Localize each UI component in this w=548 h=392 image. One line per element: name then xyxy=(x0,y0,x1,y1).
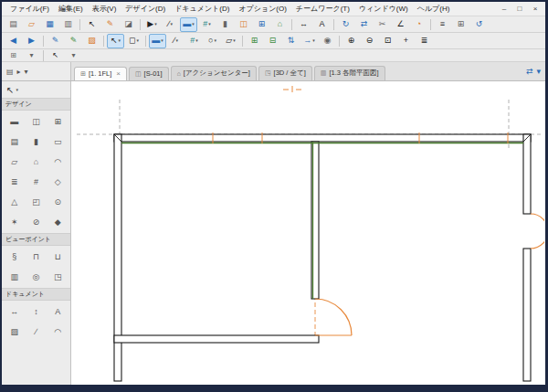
roof-tool[interactable]: ⌂ xyxy=(26,153,47,171)
select-tool-button[interactable]: ↖ ▾ xyxy=(107,34,124,48)
curtain-wall-tool[interactable]: ▤ xyxy=(4,132,26,151)
marquee-tool-button[interactable]: ◻ ▾ xyxy=(125,34,142,48)
measure-button[interactable]: ∠ xyxy=(392,17,409,32)
snap-button[interactable]: ◉ xyxy=(319,34,336,48)
menu-file[interactable]: ファイル(F) xyxy=(5,3,54,15)
open-file-button[interactable]: ▱ xyxy=(23,17,40,32)
panel-menu-button[interactable]: ▾ xyxy=(25,68,28,76)
polyline-tool-button[interactable]: ▱ ▾ xyxy=(222,34,239,48)
eraser-button[interactable]: ◪ xyxy=(120,17,137,32)
ungroup-button[interactable]: ⊟ xyxy=(264,34,281,48)
maximize-button[interactable]: □ xyxy=(515,5,524,13)
elevation-tool[interactable]: ⊓ xyxy=(26,248,47,266)
toolbox-section-design[interactable]: デザイン xyxy=(2,98,70,111)
shell-tool[interactable]: ◠ xyxy=(47,153,68,171)
opening-tool[interactable]: ⊘ xyxy=(26,213,47,231)
grid-tool-button[interactable]: # ▾ xyxy=(198,17,216,32)
refresh-button[interactable]: ↺ xyxy=(470,17,488,32)
toolbox-section-viewpoint[interactable]: ビューポイント xyxy=(2,233,70,246)
grid-snap-button[interactable]: # ▾ xyxy=(185,34,203,48)
worksheet-tool[interactable]: ▥ xyxy=(4,268,26,286)
pen-set-button[interactable]: ✎ xyxy=(47,34,64,48)
3d-document-tool[interactable]: ◳ xyxy=(47,268,68,286)
circle-tool-button[interactable]: ○ ▾ xyxy=(204,34,221,48)
toolbox-section-document[interactable]: ドキュメント xyxy=(2,288,70,301)
menu-help[interactable]: ヘルプ(H) xyxy=(413,3,455,15)
morph-tool[interactable]: ◇ xyxy=(47,173,68,191)
lamp-tool[interactable]: ✶ xyxy=(4,213,26,231)
navigator-button[interactable]: ⊞ xyxy=(5,49,22,61)
select-arrow-button[interactable]: ↖ xyxy=(83,17,100,32)
railing-tool[interactable]: # xyxy=(26,173,47,191)
select-arrow-tool[interactable]: ↖ ▾ xyxy=(2,81,70,98)
line-tool-button-2[interactable]: ∕ ▾ xyxy=(167,34,184,48)
mini-select-button[interactable]: ↖ xyxy=(47,49,64,61)
forward-button[interactable]: ▶ xyxy=(23,34,40,48)
split-button[interactable]: ✂ xyxy=(374,17,391,32)
panel-expand-button[interactable]: ▸ xyxy=(17,68,21,76)
line-tool-button[interactable]: ∕ ▾ xyxy=(162,17,179,32)
wall-tool-button-2[interactable]: ▬ ▾ xyxy=(149,34,166,48)
organizer-button[interactable]: ⊞ xyxy=(452,17,469,32)
navigator-caret-button[interactable]: ▾ xyxy=(23,49,40,61)
wall-tool[interactable]: ▬ xyxy=(4,112,26,131)
layer-list-button[interactable]: ≣ xyxy=(416,34,433,48)
toolbox-panel-button[interactable]: ▤ xyxy=(6,68,14,76)
mesh-tool[interactable]: △ xyxy=(4,193,26,211)
mini-select-caret-button[interactable]: ▾ xyxy=(65,49,82,61)
zoom-in-button[interactable]: ⊕ xyxy=(342,34,360,48)
column-tool-button[interactable]: ▮ xyxy=(216,17,234,32)
line-tool[interactable]: ∕ xyxy=(26,323,47,341)
new-file-button[interactable]: ▤ xyxy=(5,17,22,32)
transform-button[interactable]: ⇅ xyxy=(282,34,300,48)
close-button[interactable]: × xyxy=(531,5,540,13)
floor-plan-canvas[interactable] xyxy=(71,81,545,385)
door-tool[interactable]: ◫ xyxy=(26,112,47,131)
window-tool-button[interactable]: ⊞ xyxy=(253,17,270,32)
arc-tool[interactable]: ◠ xyxy=(47,323,68,341)
tab-action-center[interactable]: ⌂ [アクションセンター] xyxy=(171,66,257,80)
text-button[interactable]: A xyxy=(313,17,331,32)
fill-tool[interactable]: ▨ xyxy=(4,323,26,341)
layers-button[interactable]: ≡ xyxy=(434,17,451,32)
tab-close-icon[interactable]: × xyxy=(116,69,121,78)
tab-3d-all[interactable]: ◳ [3D / 全て] xyxy=(258,66,312,80)
back-button[interactable]: ◀ xyxy=(5,34,22,48)
tab-s01[interactable]: ◫ [S-01] xyxy=(129,67,169,80)
object-tool[interactable]: ⊙ xyxy=(47,193,68,211)
object-tool-button[interactable]: ⌂ xyxy=(271,17,289,32)
dimension-tool[interactable]: ↔ xyxy=(4,302,26,321)
detail-tool[interactable]: ◎ xyxy=(26,268,47,286)
menu-view[interactable]: 表示(V) xyxy=(88,3,121,15)
zoom-out-button[interactable]: ⊖ xyxy=(361,34,378,48)
pencil-button[interactable]: ✎ xyxy=(101,17,119,32)
mirror-button[interactable]: ⇄ xyxy=(355,17,373,32)
pen-color-button[interactable]: ✎ xyxy=(65,34,82,48)
menu-design[interactable]: デザイン(D) xyxy=(121,3,170,15)
marker-button[interactable]: ◔ xyxy=(410,17,427,32)
menu-edit[interactable]: 編集(E) xyxy=(54,3,88,15)
zoom-fit-button[interactable]: ⊡ xyxy=(379,34,396,48)
tab-switch-button[interactable]: ⇄ xyxy=(526,67,533,76)
interior-elevation-tool[interactable]: ⊔ xyxy=(47,248,68,266)
stair-tool[interactable]: ≣ xyxy=(4,173,26,191)
zone-tool[interactable]: ◰ xyxy=(26,193,47,211)
text-tool[interactable]: A xyxy=(47,302,68,321)
fill-pen-button[interactable]: ▨ xyxy=(83,34,100,48)
slab-tool[interactable]: ▱ xyxy=(4,153,26,171)
level-dimension-tool[interactable]: ↕ xyxy=(26,302,47,321)
print-button[interactable]: ▥ xyxy=(59,17,77,32)
menu-window[interactable]: ウィンドウ(W) xyxy=(354,3,413,15)
tab-floor-plan[interactable]: ▥ [1.3 各階平面図] xyxy=(314,66,385,80)
move-button[interactable]: → ▾ xyxy=(300,34,318,48)
arrow-tool-button[interactable]: ▶ ▾ xyxy=(143,17,161,32)
rotate-button[interactable]: ↻ xyxy=(337,17,354,32)
minimize-button[interactable]: – xyxy=(500,5,509,13)
column-tool[interactable]: ▮ xyxy=(26,132,47,151)
menu-options[interactable]: オプション(O) xyxy=(234,3,291,15)
pan-button[interactable]: + xyxy=(397,34,415,48)
dimension-button[interactable]: ↔ xyxy=(295,17,312,32)
wall-tool-button[interactable]: ▬ ▾ xyxy=(180,17,197,32)
menu-teamwork[interactable]: チームワーク(T) xyxy=(291,3,354,15)
tab-1fl[interactable]: ⊞ [1. 1FL] × xyxy=(74,67,127,80)
